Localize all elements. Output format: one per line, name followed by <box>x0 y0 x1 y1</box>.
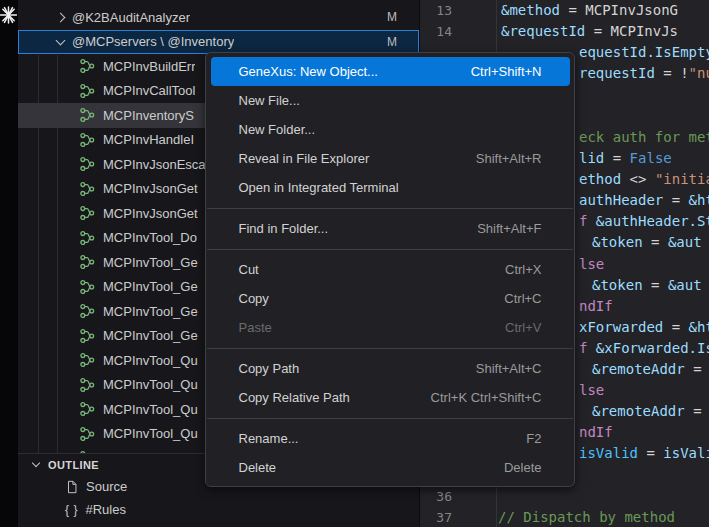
menu-item-cut[interactable]: Cut Ctrl+X <box>211 255 570 284</box>
tree-item-label: MCPInvTool_Do <box>103 230 197 245</box>
vscode-window: @K2BAuditAnalyzer M @MCPservers \ @Inven… <box>0 0 709 527</box>
procedure-icon <box>79 58 95 74</box>
tree-item-label: MCPInvTool_Qu <box>103 377 198 392</box>
menu-item-label: Copy <box>239 291 269 306</box>
code-line: // Dispatch by method <box>498 507 675 527</box>
code-line: lid = False <box>579 148 672 169</box>
menu-item-new-folder[interactable]: New Folder... <box>211 115 570 144</box>
line-number: 36 <box>428 486 452 507</box>
menu-item-shortcut: Ctrl+Shift+N <box>471 64 542 79</box>
busy-spinner-icon <box>0 3 17 27</box>
code-line: &token = &aut <box>592 232 702 253</box>
procedure-icon <box>79 426 95 442</box>
menu-item-shortcut: Ctrl+C <box>504 291 541 306</box>
tree-item-label: MCPInvTool_Qu <box>103 426 198 441</box>
menu-item-find-in-folder[interactable]: Find in Folder... Shift+Alt+F <box>211 214 570 243</box>
code-line: &remoteAddr = <box>592 401 709 422</box>
menu-separator <box>207 348 573 349</box>
menu-item-label: Find in Folder... <box>239 221 329 236</box>
chevron-down-icon <box>32 459 40 467</box>
code-line: requestId = !"nu <box>579 63 709 84</box>
code-line: ndIf <box>579 422 613 443</box>
procedure-icon <box>79 156 95 172</box>
braces-icon: { } <box>65 503 78 517</box>
tree-item-label: MCPInvTool_Qu <box>103 402 198 417</box>
menu-item-label: Reveal in File Explorer <box>239 151 370 166</box>
menu-item-label: Copy Path <box>239 361 300 376</box>
tree-item-label: MCPInvCallTool <box>103 83 195 98</box>
outline-item-rules[interactable]: { } #Rules <box>18 498 419 521</box>
menu-item-label: Open in Integrated Terminal <box>239 180 399 195</box>
chevron-down-icon[interactable] <box>56 35 66 45</box>
menu-item-genexus-new-object[interactable]: GeneXus: New Object... Ctrl+Shift+N <box>211 57 570 86</box>
tree-item-label: MCPInvHandleI <box>103 132 194 147</box>
menu-item-label: Paste <box>239 320 272 335</box>
procedure-icon <box>79 83 95 99</box>
menu-item-label: Cut <box>239 262 259 277</box>
tree-item-label: MCPInvTool_Qu <box>103 353 198 368</box>
code-line: &token = &aut <box>592 275 702 296</box>
menu-item-label: Delete <box>239 460 277 475</box>
procedure-icon <box>79 279 95 295</box>
menu-item-copy-path[interactable]: Copy Path Shift+Alt+C <box>211 354 570 383</box>
tree-item-label: MCPInventoryS <box>103 108 194 123</box>
code-line: eck auth for met <box>579 127 709 148</box>
tree-item-label: @MCPservers \ @Inventory <box>72 34 234 49</box>
menu-item-shortcut: Ctrl+X <box>505 262 541 277</box>
menu-item-shortcut: Ctrl+K Ctrl+Shift+C <box>431 390 542 405</box>
git-modified-badge: M <box>387 35 397 49</box>
procedure-icon <box>79 230 95 246</box>
tree-item-label: MCPInvTool_Ge <box>103 279 198 294</box>
tree-item-k2bauditanalyzer[interactable]: @K2BAuditAnalyzer M <box>18 5 419 30</box>
code-line: ethod <> "initia <box>579 169 709 190</box>
context-menu: GeneXus: New Object... Ctrl+Shift+N New … <box>205 52 575 487</box>
menu-separator <box>207 249 573 250</box>
code-line: &remoteAddr = <box>592 359 709 380</box>
procedure-icon <box>79 328 95 344</box>
menu-item-open-in-integrated-terminal[interactable]: Open in Integrated Terminal <box>211 173 570 202</box>
line-number: 13 <box>428 0 452 21</box>
procedure-icon <box>79 303 95 319</box>
menu-item-shortcut: Shift+Alt+R <box>476 151 542 166</box>
line-number: 37 <box>428 507 452 527</box>
menu-item-copy-relative-path[interactable]: Copy Relative Path Ctrl+K Ctrl+Shift+C <box>211 383 570 412</box>
menu-item-label: New Folder... <box>239 122 316 137</box>
tree-item-label: MCPInvJsonGet <box>103 206 198 221</box>
procedure-icon <box>79 181 95 197</box>
outline-item-label: Source <box>86 479 127 494</box>
menu-item-reveal-in-file-explorer[interactable]: Reveal in File Explorer Shift+Alt+R <box>211 144 570 173</box>
code-line: equestId.IsEmpty <box>579 42 709 63</box>
menu-item-paste: Paste Ctrl+V <box>211 313 570 342</box>
menu-item-shortcut: F2 <box>526 431 541 446</box>
procedure-icon <box>79 205 95 221</box>
code-line: &requestId = MCPInvJs <box>501 21 678 42</box>
procedure-icon <box>79 352 95 368</box>
menu-item-shortcut: Ctrl+V <box>505 320 541 335</box>
activity-bar <box>0 0 18 527</box>
outline-item-label: #Rules <box>85 502 125 517</box>
tree-item-label: MCPInvBuildErr <box>103 59 195 74</box>
file-icon <box>65 480 79 494</box>
procedure-icon <box>79 107 95 123</box>
menu-item-label: New File... <box>239 93 300 108</box>
menu-item-shortcut: Shift+Alt+C <box>476 361 542 376</box>
menu-item-copy[interactable]: Copy Ctrl+C <box>211 284 570 313</box>
tree-item-mcpservers-inventory[interactable]: @MCPservers \ @Inventory M <box>18 30 419 55</box>
tree-item-label: MCPInvTool_Ge <box>103 328 198 343</box>
tree-item-label: MCPInvJsonGet <box>103 181 198 196</box>
line-number: 14 <box>428 21 452 42</box>
code-line: f &authHeader.St <box>579 211 709 232</box>
code-line: xForwarded = &ht <box>579 317 709 338</box>
menu-separator <box>207 418 573 419</box>
code-line: f &xForwarded.Is <box>579 338 709 359</box>
menu-item-rename[interactable]: Rename... F2 <box>211 424 570 453</box>
chevron-right-icon[interactable] <box>56 12 66 22</box>
menu-item-label: Rename... <box>239 431 299 446</box>
menu-item-delete[interactable]: Delete Delete <box>211 453 570 482</box>
menu-item-label: GeneXus: New Object... <box>239 64 378 79</box>
code-line: ndIf <box>579 296 613 317</box>
menu-item-shortcut: Delete <box>504 460 542 475</box>
menu-item-new-file[interactable]: New File... <box>211 86 570 115</box>
code-line: &method = MCPInvJsonG <box>501 0 678 21</box>
code-line: lse <box>579 380 604 401</box>
